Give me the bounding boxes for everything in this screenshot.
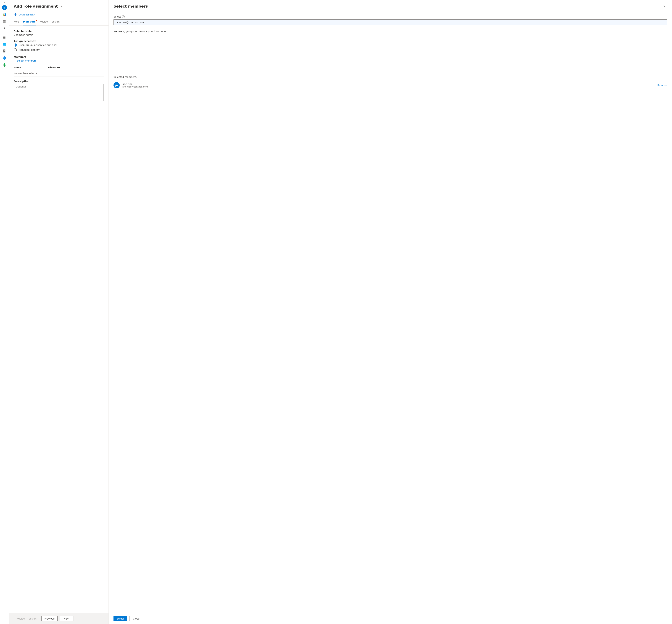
select-members-button[interactable]: + Select members bbox=[14, 59, 104, 62]
right-panel-footer: Select Close bbox=[109, 613, 672, 624]
star-icon[interactable]: ★ bbox=[1, 25, 7, 31]
shield-icon[interactable]: 🔷 bbox=[1, 55, 7, 61]
tab-role[interactable]: Role bbox=[14, 18, 19, 25]
members-table: Name Object ID No members selected bbox=[14, 65, 104, 77]
members-section: Members + Select members Name Object ID bbox=[14, 55, 104, 77]
name-column-header: Name bbox=[14, 65, 48, 70]
circle-dollar-icon[interactable]: 💲 bbox=[1, 62, 7, 68]
info-icon[interactable]: i bbox=[122, 15, 125, 18]
radio-user-group-label: User, group, or service principal bbox=[19, 44, 57, 46]
radio-managed-identity[interactable]: Managed identity bbox=[14, 48, 104, 51]
table-row: No members selected bbox=[14, 70, 104, 77]
feedback-icon: 👤 bbox=[14, 13, 17, 16]
panel-header: Add role assignment ··· bbox=[9, 0, 108, 11]
previous-button[interactable]: Previous bbox=[42, 616, 57, 621]
panel-title-text: Add role assignment bbox=[14, 4, 58, 8]
tab-review-assign[interactable]: Review + assign bbox=[40, 18, 59, 25]
member-name: Jane Doe bbox=[122, 83, 655, 85]
add-button[interactable]: + bbox=[2, 5, 7, 10]
no-members-text: No members selected bbox=[14, 70, 104, 77]
right-panel-header: Select members ✕ bbox=[109, 0, 672, 12]
tabs: Role Members Review + assign bbox=[9, 18, 108, 26]
remove-member-button[interactable]: Remove bbox=[657, 84, 667, 87]
radio-managed-identity-circle bbox=[14, 48, 17, 51]
selected-role-value: Chamber Admin bbox=[14, 33, 104, 36]
description-textarea[interactable] bbox=[14, 84, 104, 101]
database-icon[interactable]: 🗄 bbox=[1, 48, 7, 54]
selected-role-label: Selected role bbox=[14, 30, 104, 32]
select-members-text: Select members bbox=[17, 59, 36, 62]
tab-members[interactable]: Members bbox=[23, 18, 35, 25]
description-label: Description bbox=[14, 80, 104, 83]
selected-role-section: Selected role Chamber Admin bbox=[14, 30, 104, 36]
select-label: Select i bbox=[113, 15, 667, 18]
objectid-column-header: Object ID bbox=[48, 65, 104, 70]
review-assign-button[interactable]: Review + assign bbox=[14, 616, 40, 621]
assign-access-section: Assign access to User, group, or service… bbox=[14, 40, 104, 51]
panel-content: Selected role Chamber Admin Assign acces… bbox=[9, 26, 108, 613]
no-results-text: No users, groups, or service principals … bbox=[113, 28, 667, 35]
close-panel-button[interactable]: ✕ bbox=[662, 3, 667, 9]
assign-access-label: Assign access to bbox=[14, 40, 104, 43]
globe-icon[interactable]: 🌐 bbox=[1, 41, 7, 47]
member-info: Jane Doe jane.doe@contoso.com bbox=[122, 83, 655, 88]
search-input[interactable] bbox=[113, 20, 667, 25]
member-item: JD Jane Doe jane.doe@contoso.com Remove bbox=[113, 80, 667, 90]
right-panel: Select members ✕ Select i No users, grou… bbox=[109, 0, 672, 624]
main-area: Add role assignment ··· 👤 Got feedback? … bbox=[9, 0, 672, 624]
feedback-bar[interactable]: 👤 Got feedback? bbox=[9, 11, 108, 18]
feedback-text: Got feedback? bbox=[19, 14, 35, 16]
member-email: jane.doe@contoso.com bbox=[122, 85, 655, 88]
close-button[interactable]: Close bbox=[129, 616, 143, 621]
radio-user-group-circle bbox=[14, 44, 17, 47]
panel-title: Add role assignment ··· bbox=[14, 4, 104, 8]
right-panel-content: Select i No users, groups, or service pr… bbox=[109, 12, 672, 613]
selected-members-label: Selected members: bbox=[113, 76, 667, 78]
search-results-area bbox=[113, 38, 667, 73]
selected-members-section: Selected members: JD Jane Doe jane.doe@c… bbox=[113, 73, 667, 90]
radio-user-group[interactable]: User, group, or service principal bbox=[14, 44, 104, 47]
panel-title-dots[interactable]: ··· bbox=[59, 5, 63, 8]
grid-icon[interactable]: ⊞ bbox=[1, 34, 7, 41]
right-panel-title: Select members bbox=[113, 4, 148, 8]
panel-footer: Review + assign Previous Next bbox=[9, 613, 108, 624]
select-button[interactable]: Select bbox=[113, 616, 127, 621]
members-tab-dot bbox=[36, 20, 37, 21]
members-label: Members bbox=[14, 55, 104, 58]
radio-group: User, group, or service principal Manage… bbox=[14, 44, 104, 51]
plus-icon: + bbox=[14, 59, 16, 62]
next-button[interactable]: Next bbox=[60, 616, 73, 621]
description-section: Description bbox=[14, 80, 104, 101]
avatar: JD bbox=[113, 82, 120, 88]
radio-managed-identity-label: Managed identity bbox=[19, 49, 40, 51]
collapse-icon[interactable]: » bbox=[4, 1, 5, 4]
menu-icon[interactable]: ☰ bbox=[1, 18, 7, 24]
chart-icon[interactable]: 📊 bbox=[1, 11, 7, 18]
left-panel: Add role assignment ··· 👤 Got feedback? … bbox=[9, 0, 109, 624]
sidebar: » + 📊 ☰ ★ ⊞ 🌐 🗄 🔷 💲 bbox=[0, 0, 9, 624]
